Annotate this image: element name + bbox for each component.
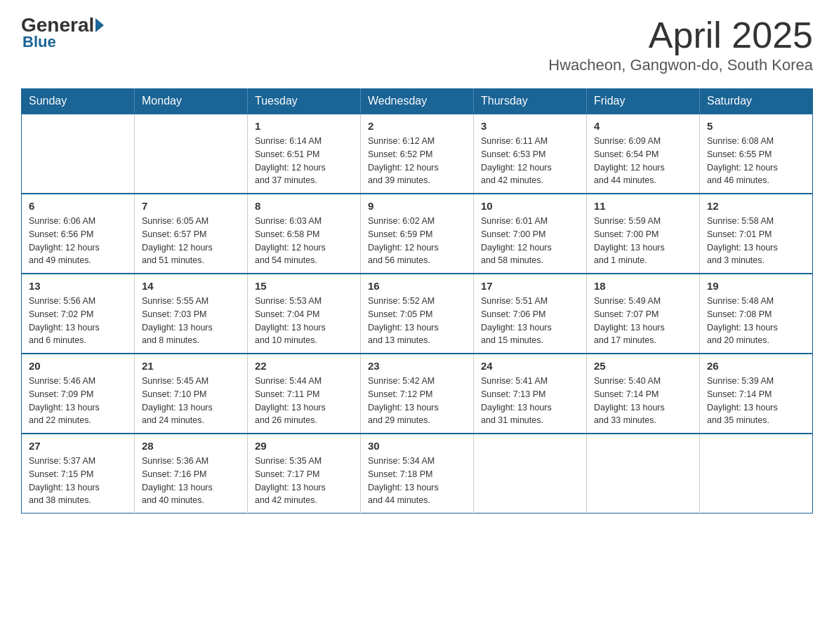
calendar-cell: 25Sunrise: 5:40 AM Sunset: 7:14 PM Dayli… bbox=[587, 354, 700, 434]
weekday-header-tuesday: Tuesday bbox=[248, 89, 361, 114]
day-info: Sunrise: 5:39 AM Sunset: 7:14 PM Dayligh… bbox=[707, 375, 805, 427]
day-number: 15 bbox=[255, 280, 353, 292]
day-info: Sunrise: 5:49 AM Sunset: 7:07 PM Dayligh… bbox=[594, 295, 692, 347]
day-info: Sunrise: 6:01 AM Sunset: 7:00 PM Dayligh… bbox=[481, 215, 579, 267]
calendar-cell bbox=[587, 434, 700, 514]
day-number: 14 bbox=[142, 280, 240, 292]
calendar-cell: 8Sunrise: 6:03 AM Sunset: 6:58 PM Daylig… bbox=[248, 194, 361, 274]
calendar-cell: 12Sunrise: 5:58 AM Sunset: 7:01 PM Dayli… bbox=[700, 194, 813, 274]
day-info: Sunrise: 5:48 AM Sunset: 7:08 PM Dayligh… bbox=[707, 295, 805, 347]
day-info: Sunrise: 5:37 AM Sunset: 7:15 PM Dayligh… bbox=[29, 455, 127, 507]
calendar-cell: 5Sunrise: 6:08 AM Sunset: 6:55 PM Daylig… bbox=[700, 114, 813, 194]
calendar-cell bbox=[135, 114, 248, 194]
weekday-header-saturday: Saturday bbox=[700, 89, 813, 114]
calendar-table: SundayMondayTuesdayWednesdayThursdayFrid… bbox=[21, 88, 813, 514]
calendar-cell: 4Sunrise: 6:09 AM Sunset: 6:54 PM Daylig… bbox=[587, 114, 700, 194]
calendar-cell: 11Sunrise: 5:59 AM Sunset: 7:00 PM Dayli… bbox=[587, 194, 700, 274]
calendar-cell: 15Sunrise: 5:53 AM Sunset: 7:04 PM Dayli… bbox=[248, 274, 361, 354]
day-number: 11 bbox=[594, 200, 692, 212]
day-number: 3 bbox=[481, 120, 579, 132]
day-info: Sunrise: 6:14 AM Sunset: 6:51 PM Dayligh… bbox=[255, 135, 353, 187]
day-info: Sunrise: 6:03 AM Sunset: 6:58 PM Dayligh… bbox=[255, 215, 353, 267]
calendar-cell: 13Sunrise: 5:56 AM Sunset: 7:02 PM Dayli… bbox=[22, 274, 135, 354]
calendar-cell: 27Sunrise: 5:37 AM Sunset: 7:15 PM Dayli… bbox=[22, 434, 135, 514]
day-info: Sunrise: 5:53 AM Sunset: 7:04 PM Dayligh… bbox=[255, 295, 353, 347]
day-info: Sunrise: 5:44 AM Sunset: 7:11 PM Dayligh… bbox=[255, 375, 353, 427]
calendar-cell: 6Sunrise: 6:06 AM Sunset: 6:56 PM Daylig… bbox=[22, 194, 135, 274]
page-header: General Blue April 2025 Hwacheon, Gangwo… bbox=[21, 14, 813, 74]
day-number: 8 bbox=[255, 200, 353, 212]
logo-arrow-icon bbox=[95, 18, 104, 32]
day-number: 22 bbox=[255, 360, 353, 372]
day-info: Sunrise: 6:09 AM Sunset: 6:54 PM Dayligh… bbox=[594, 135, 692, 187]
day-number: 10 bbox=[481, 200, 579, 212]
day-info: Sunrise: 5:45 AM Sunset: 7:10 PM Dayligh… bbox=[142, 375, 240, 427]
calendar-cell bbox=[22, 114, 135, 194]
day-number: 29 bbox=[255, 440, 353, 452]
day-number: 21 bbox=[142, 360, 240, 372]
day-info: Sunrise: 5:52 AM Sunset: 7:05 PM Dayligh… bbox=[368, 295, 466, 347]
day-number: 5 bbox=[707, 120, 805, 132]
day-info: Sunrise: 6:05 AM Sunset: 6:57 PM Dayligh… bbox=[142, 215, 240, 267]
calendar-header-row: SundayMondayTuesdayWednesdayThursdayFrid… bbox=[22, 89, 813, 114]
day-number: 2 bbox=[368, 120, 466, 132]
month-title: April 2025 bbox=[548, 14, 813, 56]
day-number: 6 bbox=[29, 200, 127, 212]
calendar-week-row: 20Sunrise: 5:46 AM Sunset: 7:09 PM Dayli… bbox=[22, 354, 813, 434]
calendar-cell: 29Sunrise: 5:35 AM Sunset: 7:17 PM Dayli… bbox=[248, 434, 361, 514]
weekday-header-thursday: Thursday bbox=[474, 89, 587, 114]
calendar-cell: 26Sunrise: 5:39 AM Sunset: 7:14 PM Dayli… bbox=[700, 354, 813, 434]
day-number: 30 bbox=[368, 440, 466, 452]
day-number: 25 bbox=[594, 360, 692, 372]
calendar-cell: 1Sunrise: 6:14 AM Sunset: 6:51 PM Daylig… bbox=[248, 114, 361, 194]
day-info: Sunrise: 5:56 AM Sunset: 7:02 PM Dayligh… bbox=[29, 295, 127, 347]
day-info: Sunrise: 6:06 AM Sunset: 6:56 PM Dayligh… bbox=[29, 215, 127, 267]
calendar-cell: 30Sunrise: 5:34 AM Sunset: 7:18 PM Dayli… bbox=[361, 434, 474, 514]
day-number: 1 bbox=[255, 120, 353, 132]
day-number: 9 bbox=[368, 200, 466, 212]
day-number: 26 bbox=[707, 360, 805, 372]
day-info: Sunrise: 5:46 AM Sunset: 7:09 PM Dayligh… bbox=[29, 375, 127, 427]
day-number: 20 bbox=[29, 360, 127, 372]
weekday-header-sunday: Sunday bbox=[22, 89, 135, 114]
day-info: Sunrise: 5:41 AM Sunset: 7:13 PM Dayligh… bbox=[481, 375, 579, 427]
calendar-cell: 21Sunrise: 5:45 AM Sunset: 7:10 PM Dayli… bbox=[135, 354, 248, 434]
day-number: 7 bbox=[142, 200, 240, 212]
calendar-cell: 18Sunrise: 5:49 AM Sunset: 7:07 PM Dayli… bbox=[587, 274, 700, 354]
weekday-header-monday: Monday bbox=[135, 89, 248, 114]
calendar-cell: 2Sunrise: 6:12 AM Sunset: 6:52 PM Daylig… bbox=[361, 114, 474, 194]
calendar-cell: 28Sunrise: 5:36 AM Sunset: 7:16 PM Dayli… bbox=[135, 434, 248, 514]
day-number: 24 bbox=[481, 360, 579, 372]
calendar-week-row: 27Sunrise: 5:37 AM Sunset: 7:15 PM Dayli… bbox=[22, 434, 813, 514]
day-info: Sunrise: 5:36 AM Sunset: 7:16 PM Dayligh… bbox=[142, 455, 240, 507]
day-info: Sunrise: 5:59 AM Sunset: 7:00 PM Dayligh… bbox=[594, 215, 692, 267]
logo: General Blue bbox=[21, 14, 105, 51]
day-info: Sunrise: 5:34 AM Sunset: 7:18 PM Dayligh… bbox=[368, 455, 466, 507]
calendar-cell: 7Sunrise: 6:05 AM Sunset: 6:57 PM Daylig… bbox=[135, 194, 248, 274]
day-info: Sunrise: 5:58 AM Sunset: 7:01 PM Dayligh… bbox=[707, 215, 805, 267]
weekday-header-friday: Friday bbox=[587, 89, 700, 114]
calendar-cell: 14Sunrise: 5:55 AM Sunset: 7:03 PM Dayli… bbox=[135, 274, 248, 354]
day-number: 27 bbox=[29, 440, 127, 452]
calendar-cell: 19Sunrise: 5:48 AM Sunset: 7:08 PM Dayli… bbox=[700, 274, 813, 354]
day-number: 18 bbox=[594, 280, 692, 292]
day-info: Sunrise: 5:42 AM Sunset: 7:12 PM Dayligh… bbox=[368, 375, 466, 427]
day-info: Sunrise: 6:08 AM Sunset: 6:55 PM Dayligh… bbox=[707, 135, 805, 187]
day-info: Sunrise: 6:12 AM Sunset: 6:52 PM Dayligh… bbox=[368, 135, 466, 187]
calendar-cell: 20Sunrise: 5:46 AM Sunset: 7:09 PM Dayli… bbox=[22, 354, 135, 434]
calendar-week-row: 13Sunrise: 5:56 AM Sunset: 7:02 PM Dayli… bbox=[22, 274, 813, 354]
weekday-header-wednesday: Wednesday bbox=[361, 89, 474, 114]
calendar-cell: 17Sunrise: 5:51 AM Sunset: 7:06 PM Dayli… bbox=[474, 274, 587, 354]
calendar-cell: 3Sunrise: 6:11 AM Sunset: 6:53 PM Daylig… bbox=[474, 114, 587, 194]
logo-blue: Blue bbox=[21, 33, 56, 51]
location-title: Hwacheon, Gangwon-do, South Korea bbox=[548, 56, 813, 74]
calendar-cell: 22Sunrise: 5:44 AM Sunset: 7:11 PM Dayli… bbox=[248, 354, 361, 434]
title-section: April 2025 Hwacheon, Gangwon-do, South K… bbox=[548, 14, 813, 74]
calendar-cell: 10Sunrise: 6:01 AM Sunset: 7:00 PM Dayli… bbox=[474, 194, 587, 274]
day-info: Sunrise: 5:40 AM Sunset: 7:14 PM Dayligh… bbox=[594, 375, 692, 427]
day-number: 16 bbox=[368, 280, 466, 292]
day-number: 28 bbox=[142, 440, 240, 452]
day-info: Sunrise: 6:02 AM Sunset: 6:59 PM Dayligh… bbox=[368, 215, 466, 267]
calendar-week-row: 6Sunrise: 6:06 AM Sunset: 6:56 PM Daylig… bbox=[22, 194, 813, 274]
calendar-cell bbox=[700, 434, 813, 514]
